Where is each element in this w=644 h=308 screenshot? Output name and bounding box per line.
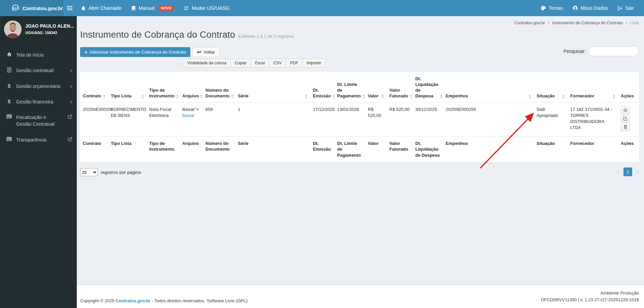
- column-header-dt-liquidacao[interactable]: Dt. Liquidação de Despesa: [413, 72, 443, 102]
- sort-icon: [305, 94, 308, 99]
- pdf-button[interactable]: PDF: [286, 59, 302, 67]
- copyright-text: Copyright © 2025 Contratos.gov.br - Todo…: [80, 298, 249, 303]
- home-icon: [6, 52, 12, 57]
- page-title: Instrumento de Cobrança do Contrato: [80, 30, 235, 40]
- nav-mudar-ug-uasg[interactable]: Mudar UG/UASG: [179, 0, 234, 16]
- csv-button[interactable]: CSV: [269, 59, 286, 67]
- exchange-icon: [184, 6, 189, 10]
- column-header-tipo-lista[interactable]: Tipo Lista: [108, 72, 147, 102]
- excel-button[interactable]: Excel: [251, 59, 269, 67]
- navbar-right: Temas Meus Dados: [536, 0, 644, 16]
- sidebar-item-fiscalizacao-gestao-contratual[interactable]: Fiscalização e Gestão Contratual: [0, 110, 77, 132]
- chevron-left-icon: ‹: [70, 83, 72, 89]
- column-footer-valor: Valor: [365, 136, 387, 162]
- sidebar-item-label: Gestão orçamentária: [16, 83, 60, 90]
- cell-valor: R$ 520,00: [365, 102, 387, 136]
- sidebar-item-gestao-orcamentaria[interactable]: $ Gestão orçamentária ‹: [0, 79, 77, 94]
- user-avatar: [4, 21, 22, 38]
- bug-icon: [81, 6, 86, 11]
- brand-logo[interactable]: Contratos.gov.br: [0, 0, 63, 16]
- sort-icon: [176, 94, 179, 99]
- back-arrow-icon: ↩: [197, 50, 201, 55]
- column-footer-dt-emissao: Dt. Emissão: [310, 136, 334, 162]
- pagination-page-1[interactable]: 1: [623, 167, 632, 176]
- external-link-icon: [68, 115, 72, 119]
- column-footer-contrato: Contrato: [80, 136, 108, 162]
- sort-icon: [528, 94, 531, 99]
- column-header-numero-documento[interactable]: Número do Documento: [203, 72, 235, 102]
- nav-temas[interactable]: Temas: [536, 0, 568, 16]
- column-header-valor-faturado[interactable]: Valor Faturado: [387, 72, 413, 102]
- document-icon: [6, 67, 12, 72]
- breadcrumb-separator: >: [625, 21, 627, 25]
- add-instrument-button[interactable]: + Adicionar Instrumento de Cobrança do C…: [80, 47, 190, 57]
- table-panel: Contrato Tipo Lista Tipo de Instrumento …: [80, 72, 639, 162]
- nav-item-label: Meus Dados: [581, 5, 608, 11]
- column-header-empenhos[interactable]: Empenhos: [443, 72, 534, 102]
- nav-manual[interactable]: Manual NOVO: [126, 0, 179, 16]
- column-header-valor[interactable]: Valor: [365, 72, 387, 102]
- main-content: Contratos.gov.br > Instrumento de Cobran…: [77, 16, 644, 308]
- view-button[interactable]: [621, 106, 630, 114]
- column-header-fornecedor[interactable]: Fornecedor: [568, 72, 618, 102]
- user-uasg: UG/UASG: 158342: [25, 31, 74, 35]
- sidebar-item-transparencia[interactable]: Transparência: [0, 132, 77, 148]
- toolbar: + Adicionar Instrumento de Cobrança do C…: [80, 47, 639, 57]
- cell-acoes: [618, 102, 639, 136]
- sidebar-item-gestao-financeira[interactable]: $ Gestão financeira ‹: [0, 94, 77, 110]
- column-header-tipo-instrumento[interactable]: Tipo de Instrumento: [147, 72, 180, 102]
- copyright-prefix: Copyright © 2025: [80, 298, 114, 303]
- print-button[interactable]: Imprimir: [302, 59, 325, 67]
- sidebar-item-label: Gestão financeira: [16, 98, 53, 105]
- column-footer-acoes: Ações: [618, 136, 639, 162]
- search-box: Pesquisar:: [564, 46, 639, 56]
- chevron-left-icon: ‹: [70, 99, 72, 104]
- book-icon: [131, 6, 136, 11]
- breadcrumb: Contratos.gov.br > Instrumento de Cobran…: [514, 21, 639, 25]
- user-panel: JOAO PAULO ALEN... UG/UASG: 158342: [0, 16, 77, 42]
- back-button-label: Voltar: [203, 50, 215, 55]
- sort-icon: [562, 94, 565, 99]
- navbar-menu: Abrir Chamado Manual NOVO Mudar UG/UASG: [63, 0, 644, 16]
- page-length-select[interactable]: 25: [80, 168, 98, 176]
- column-footer-situacao: Situação: [534, 136, 568, 162]
- footer-brand-link[interactable]: Contratos.gov.br: [116, 298, 151, 303]
- sidebar-item-gestao-contratual[interactable]: Gestão contratual ‹: [0, 63, 77, 78]
- delete-button[interactable]: [621, 123, 630, 131]
- back-button[interactable]: ↩ Voltar: [192, 47, 219, 57]
- breadcrumb-item-section[interactable]: Instrumento de Cobrança do Contrato: [552, 21, 623, 25]
- column-header-contrato[interactable]: Contrato: [80, 72, 108, 102]
- column-header-dt-limite-pagamento[interactable]: Dt. Limite de Pagamento: [334, 72, 365, 102]
- pagination-next[interactable]: >: [636, 170, 639, 175]
- edit-button[interactable]: [621, 115, 630, 122]
- plus-icon: +: [85, 49, 88, 55]
- sidebar-item-label: Fiscalização e Gestão Contratual: [16, 114, 60, 128]
- table-header-row: Contrato Tipo Lista Tipo de Instrumento …: [80, 72, 639, 102]
- column-visibility-button[interactable]: Visibilidade da coluna: [183, 59, 231, 67]
- column-footer-dt-liquidacao: Dt. Liquidação de Despesa: [413, 136, 443, 162]
- download-link[interactable]: Baixar: [182, 113, 195, 118]
- nav-item-label: Manual: [139, 5, 155, 11]
- sort-icon: [141, 94, 144, 99]
- table-footer-row: Contrato Tipo Lista Tipo de Instrumento …: [80, 136, 639, 162]
- sidebar-item-tela-de-inicio[interactable]: Tela de início: [0, 47, 77, 63]
- copy-button[interactable]: Copiar: [230, 59, 251, 67]
- cell-fornecedor: 17.182.371/0001-34 - TORRES DISTRIBUIDOR…: [568, 102, 618, 136]
- chevron-left-icon: ‹: [70, 67, 72, 73]
- pagination-prev[interactable]: <: [617, 170, 619, 175]
- nav-sair[interactable]: Sair: [613, 0, 639, 16]
- export-buttons: Visibilidade da coluna Copiar Excel CSV …: [183, 59, 639, 67]
- nav-meus-dados[interactable]: Meus Dados: [568, 0, 613, 16]
- column-header-dt-emissao[interactable]: Dt. Emissão: [310, 72, 334, 102]
- column-header-situacao[interactable]: Situação: [534, 72, 568, 102]
- sidebar-toggle-button[interactable]: [63, 0, 76, 16]
- column-header-arquivo[interactable]: Arquivo: [180, 72, 203, 102]
- breadcrumb-item-home[interactable]: Contratos.gov.br: [514, 21, 545, 25]
- column-header-serie[interactable]: Série: [235, 72, 310, 102]
- nav-abrir-chamado[interactable]: Abrir Chamado: [76, 0, 126, 16]
- search-input[interactable]: [588, 46, 639, 56]
- cell-tipo-instrumento: Nota Fiscal Eletrônica: [147, 102, 180, 136]
- sort-icon: [103, 94, 105, 99]
- nav-item-label: Mudar UG/UASG: [192, 5, 229, 11]
- version-label: DFCDSRVV11390 | v. 1.23.27-r27:20251229-…: [541, 297, 639, 303]
